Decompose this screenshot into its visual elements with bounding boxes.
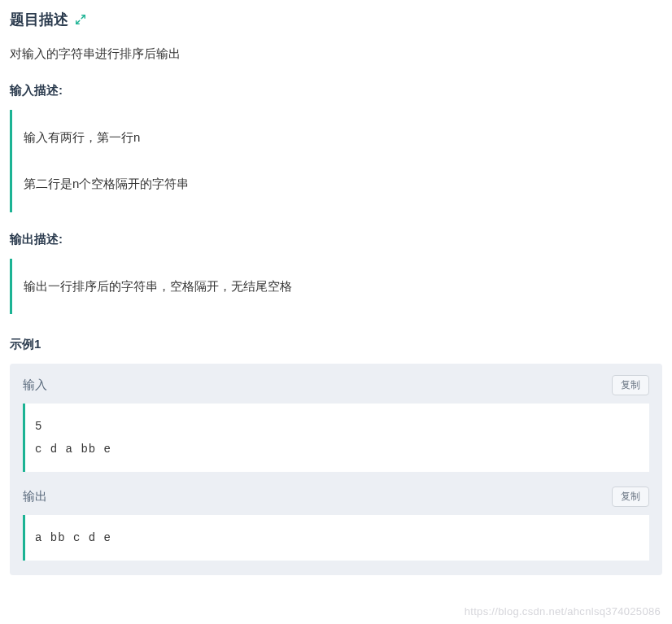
example-output-label: 输出: [23, 489, 47, 504]
expand-icon[interactable]: [75, 14, 86, 25]
example-output-code: a bb c d e: [23, 515, 649, 561]
output-desc-block: 输出一行排序后的字符串，空格隔开，无结尾空格: [10, 259, 662, 315]
example-input-header: 输入 复制: [23, 375, 649, 395]
input-desc-heading: 输入描述:: [10, 83, 662, 98]
copy-output-button[interactable]: 复制: [612, 487, 649, 507]
problem-title: 题目描述: [10, 10, 662, 29]
example-input-code: 5 c d a bb e: [23, 404, 649, 472]
title-text: 题目描述: [10, 10, 68, 29]
example-container: 输入 复制 5 c d a bb e 输出 复制 a bb c d e: [10, 364, 662, 575]
example-input-label: 输入: [23, 377, 47, 393]
copy-input-button[interactable]: 复制: [612, 375, 649, 395]
problem-description: 对输入的字符串进行排序后输出: [10, 44, 662, 63]
output-desc-heading: 输出描述:: [10, 232, 662, 247]
input-desc-block: 输入有两行，第一行n 第二行是n个空格隔开的字符串: [10, 110, 662, 212]
example-heading: 示例1: [10, 337, 662, 352]
example-output-header: 输出 复制: [23, 487, 649, 507]
